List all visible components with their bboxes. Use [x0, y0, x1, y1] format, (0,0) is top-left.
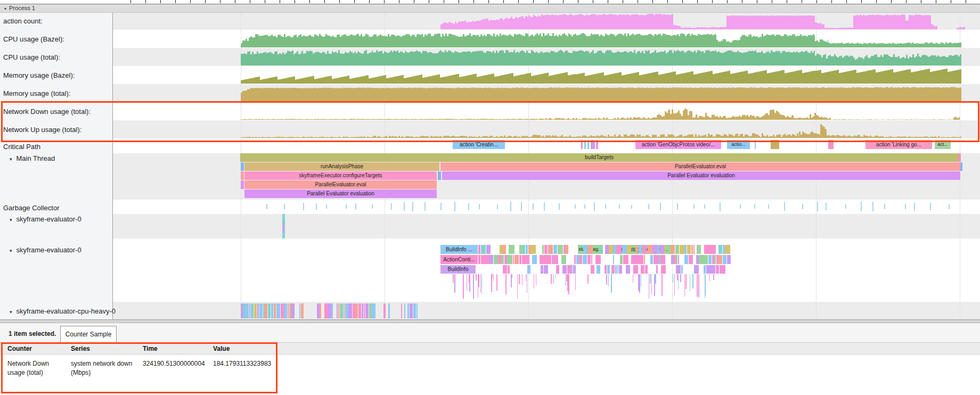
expander-icon[interactable]: ▾ — [10, 309, 12, 315]
sky2-row2-dense-slice[interactable] — [660, 255, 665, 264]
sky2-row1-dense-slice[interactable] — [710, 245, 716, 254]
slice[interactable] — [241, 180, 244, 189]
gc-tick[interactable] — [372, 204, 373, 209]
sky2-row1-dense-slice[interactable] — [509, 245, 514, 254]
expander-icon[interactable]: ▾ — [10, 217, 12, 223]
sky2-row2-dense-slice[interactable] — [583, 255, 587, 264]
action-count-counter[interactable] — [113, 12, 980, 30]
cpu-heavy-dense-1-slice[interactable] — [264, 303, 267, 318]
gc-tick[interactable] — [619, 204, 620, 209]
cpu-heavy-dense-1-slice[interactable] — [268, 303, 271, 318]
sky2-row2-dense-slice[interactable] — [712, 255, 714, 264]
sky2-row1-dense-slice[interactable] — [639, 245, 642, 254]
pending-slice-line[interactable] — [551, 274, 552, 284]
pending-slice-line[interactable] — [709, 274, 710, 281]
sky2-row2-dense-slice[interactable] — [640, 255, 643, 264]
sky2-row1-dense-slice[interactable] — [566, 245, 568, 254]
sky2-row3-dense-slice[interactable] — [661, 265, 663, 274]
gc-tick[interactable] — [404, 202, 405, 211]
sky2-row2-dense-slice[interactable] — [716, 255, 718, 264]
pending-slice-line[interactable] — [567, 274, 568, 291]
gc-tick[interactable] — [316, 203, 317, 210]
sky2-row2-dense-slice[interactable] — [587, 255, 591, 264]
pending-slice-line[interactable] — [651, 274, 652, 294]
pending-slice-line[interactable] — [697, 274, 698, 297]
sky2-row1-dense-slice[interactable] — [605, 245, 609, 254]
mem-bazel-counter[interactable] — [113, 66, 980, 84]
sky2-row1-dense-slice[interactable] — [675, 245, 680, 254]
sky2-row2-dense-slice[interactable] — [576, 255, 579, 264]
sky2-row1-dense-slice[interactable] — [680, 245, 684, 254]
slice[interactable] — [958, 153, 961, 162]
gc-tick[interactable] — [355, 203, 356, 210]
sky2-row3-dense-slice[interactable] — [562, 265, 567, 274]
sky2-row3-dense-slice[interactable] — [722, 265, 725, 274]
sky2-row1-dense-slice[interactable] — [718, 245, 722, 254]
cpu-heavy-dense-3-slice[interactable] — [353, 303, 355, 318]
sky2-row3-dense-slice[interactable] — [544, 265, 548, 274]
gc-tick[interactable] — [802, 204, 803, 209]
pending-slice-line[interactable] — [522, 274, 523, 285]
slice[interactable] — [587, 140, 589, 149]
sky2-row2-dense-slice[interactable] — [644, 255, 646, 264]
cpu-heavy-dense-3-slice[interactable] — [369, 303, 371, 318]
pending-slice-line[interactable] — [674, 274, 675, 295]
sky2-row1-dense-slice[interactable] — [622, 245, 627, 254]
pending-slice-line[interactable] — [553, 274, 554, 284]
sky2-row2-dense-slice[interactable] — [514, 255, 519, 264]
panel-resize-handle[interactable] — [0, 319, 980, 323]
tab-counter-sample[interactable]: Counter Sample (1) — [60, 326, 117, 342]
slice[interactable] — [584, 140, 586, 149]
expander-icon[interactable]: ▾ — [10, 157, 12, 162]
track-gc[interactable] — [113, 200, 980, 214]
cpu-heavy-dense-1-slice[interactable] — [301, 303, 304, 318]
cpu-heavy-dense-1-slice[interactable] — [271, 303, 274, 318]
gc-tick[interactable] — [884, 204, 885, 209]
sky2-row1-dense-slice[interactable] — [530, 245, 536, 254]
gc-tick[interactable] — [533, 203, 534, 210]
sky2-row3-dense-slice[interactable] — [633, 265, 638, 274]
sky2-row1-dense-slice[interactable] — [723, 245, 725, 254]
gc-tick[interactable] — [914, 203, 915, 211]
sky2-row3-dense-slice[interactable] — [597, 265, 600, 274]
sky2-row3-dense-slice[interactable] — [527, 265, 530, 274]
sky2-row2-dense-slice[interactable] — [723, 255, 726, 264]
sky2-row3-dense-slice[interactable] — [676, 265, 681, 274]
pending-slice-line[interactable] — [655, 274, 656, 284]
sky2-row1-dense-slice[interactable] — [519, 245, 523, 254]
sky2-row2-dense-slice[interactable] — [494, 255, 498, 264]
pending-slice-line[interactable] — [641, 274, 642, 286]
cpu-heavy-dense-4-slice[interactable] — [404, 303, 405, 318]
gc-tick[interactable] — [949, 204, 950, 209]
sky2-row2-dense-slice[interactable] — [623, 255, 628, 264]
pending-slice-line[interactable] — [639, 274, 640, 293]
cpu-heavy-dense-4-slice[interactable] — [388, 303, 390, 318]
pending-slice-line[interactable] — [478, 274, 479, 287]
sky2-row3-dense-slice[interactable] — [607, 265, 610, 274]
sky2-row1-dense-slice[interactable] — [609, 245, 613, 254]
gc-tick[interactable] — [677, 203, 678, 209]
sky2-row2-dense-slice[interactable] — [478, 255, 480, 264]
sky2-row2-dense-slice[interactable] — [718, 255, 722, 264]
gc-tick[interactable] — [720, 202, 721, 211]
sky2-row3-dense-slice[interactable] — [716, 265, 720, 274]
pending-slice-line[interactable] — [685, 274, 687, 289]
sky2-row2-dense-slice[interactable] — [727, 255, 731, 264]
slice[interactable]: skyframeExecutor.configureTargets — [244, 171, 437, 180]
gc-tick[interactable] — [740, 204, 741, 209]
gc-tick[interactable] — [412, 202, 413, 211]
gc-tick[interactable] — [704, 204, 705, 209]
time-ruler[interactable] — [0, 0, 980, 4]
sky2-row3-dense-slice[interactable] — [508, 265, 510, 274]
sky2-row2-dense-slice[interactable] — [532, 255, 537, 264]
sky2-row2-dense-slice[interactable] — [635, 255, 640, 264]
sky2-row1-dense-slice[interactable] — [652, 245, 657, 254]
gc-tick[interactable] — [605, 204, 606, 209]
net-up-counter[interactable] — [113, 120, 980, 138]
cpu-heavy-dense-3-slice[interactable] — [371, 303, 375, 318]
sky2-row3-dense-slice[interactable] — [663, 265, 666, 274]
pending-slice-line[interactable] — [565, 274, 566, 286]
sky2-row1-dense-slice[interactable] — [635, 245, 638, 254]
sky2-row1-dense-slice[interactable] — [528, 245, 530, 254]
pending-slice-line[interactable] — [684, 274, 685, 297]
